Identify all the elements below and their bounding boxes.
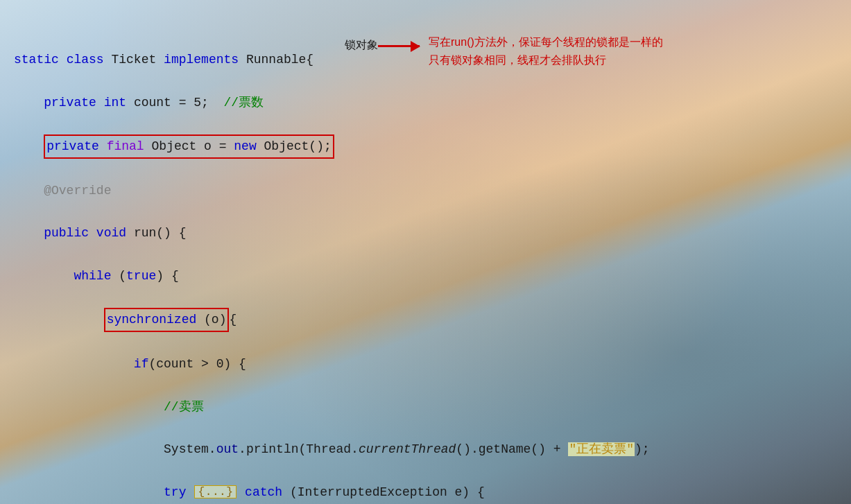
code-line-9: //卖票 [14, 397, 837, 418]
keyword-implements: implements [164, 53, 239, 67]
out-ref: out [216, 442, 239, 456]
sync-param: (o) [204, 313, 226, 327]
keyword-int: int [104, 96, 126, 110]
annotation-arrow [378, 45, 420, 47]
code-line-4: @Override [14, 180, 837, 202]
arrow-line [378, 45, 420, 47]
catch-param: (InterruptedException e) { [290, 485, 485, 499]
classname: Ticket [111, 53, 156, 67]
boxed-object-declaration: private final Object o = new Object(); [44, 134, 334, 159]
code-container: static class Ticket implements Runnable{… [0, 0, 851, 504]
code-line-11: try {...} catch (InterruptedException e)… [14, 482, 837, 503]
currentThread: currentThread [359, 442, 456, 456]
code-line-5: public void run() { [14, 223, 837, 244]
keyword-new: new [234, 139, 256, 153]
keyword-true: true [126, 269, 156, 283]
method-run: run() { [134, 226, 187, 240]
keyword-private: private [44, 96, 96, 110]
keyword-catch: catch [245, 485, 282, 499]
interface-name: Runnable{ [246, 53, 313, 67]
keyword-if: if [134, 357, 149, 371]
string-selling: "正在卖票" [568, 442, 635, 456]
annotation-override: @Override [44, 184, 111, 198]
keyword-public: public [44, 226, 89, 240]
code-line-2: private int count = 5; //票数 [14, 92, 837, 114]
keyword-private2: private [46, 139, 99, 153]
sync-brace: { [229, 313, 237, 327]
collapsed-try-block[interactable]: {...} [194, 485, 237, 498]
object-type: Object o = [151, 139, 234, 153]
code-line-6: while (true) { [14, 266, 837, 287]
code-line-3: private final Object o = new Object(); [14, 134, 837, 159]
keyword-class: class [67, 53, 104, 67]
if-cond: (count > 0) { [148, 357, 246, 371]
println-1: System.out.println(Thread.currentThread(… [164, 442, 568, 456]
code-line-10: System.out.println(Thread.currentThread(… [14, 439, 837, 460]
annotation-text-block: 写在run()方法外，保证每个线程的锁都是一样的 只有锁对象相同，线程才会排队执… [429, 33, 663, 69]
println-1-close: ); [635, 442, 650, 456]
object-constructor: Object(); [264, 139, 332, 153]
while-cond: ( [119, 269, 126, 283]
code-line-1: static class Ticket implements Runnable{ [14, 49, 837, 71]
keyword-final: final [107, 139, 144, 153]
annotation-text-line2: 只有锁对象相同，线程才会排队执行 [429, 51, 663, 69]
boxed-synchronized: synchronized (o) [104, 308, 230, 332]
keyword-while: while [74, 269, 111, 283]
keyword-void: void [96, 226, 126, 240]
var-count: count = 5; [134, 96, 224, 110]
annotation-text-line1: 写在run()方法外，保证每个线程的锁都是一样的 [429, 33, 663, 51]
lock-label: 锁对象 [345, 38, 378, 53]
keyword-static: static [14, 53, 59, 67]
keyword-try: try [164, 485, 186, 499]
comment-piaoshu: //票数 [224, 96, 264, 110]
while-brace: ) { [156, 269, 178, 283]
code-line-8: if(count > 0) { [14, 354, 837, 375]
comment-miaopiao: //卖票 [164, 400, 204, 414]
code-line-7: synchronized (o){ [14, 308, 837, 332]
keyword-synchronized: synchronized [107, 313, 197, 327]
